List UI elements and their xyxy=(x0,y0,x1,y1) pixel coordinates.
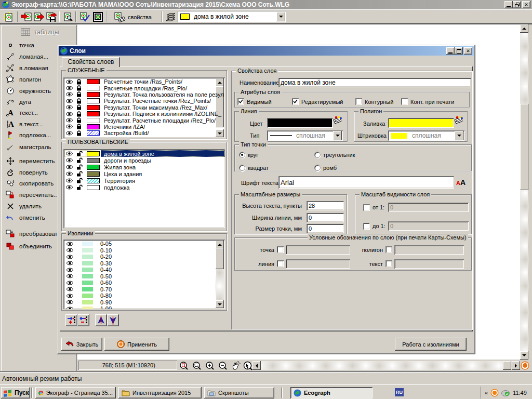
layer-label[interactable]: Расчетные точки /Ras_Points/ xyxy=(101,78,225,85)
scroll-down-button[interactable] xyxy=(216,300,224,308)
layer-combo-dropdown-button[interactable] xyxy=(276,12,285,21)
isoline-label[interactable]: 1-00 xyxy=(100,305,112,309)
isoline-row[interactable]: 0-70 xyxy=(64,286,225,293)
eye-icon[interactable] xyxy=(66,261,74,265)
eye-icon[interactable] xyxy=(66,112,73,116)
checkbox[interactable] xyxy=(237,98,244,105)
hscroll-thumb[interactable] xyxy=(503,361,511,370)
zoom-page-button[interactable] xyxy=(179,361,189,370)
isolines-work-button[interactable]: Работа с изолиниями xyxy=(395,338,467,351)
layers-icon-button[interactable] xyxy=(165,11,177,23)
eye-icon[interactable] xyxy=(66,99,73,103)
layer-label[interactable]: дороги и проезды xyxy=(101,157,225,164)
unlock-icon[interactable] xyxy=(76,164,83,170)
font-picker-button[interactable]: AA xyxy=(456,178,466,187)
hscroll-left-button[interactable] xyxy=(252,361,261,370)
open-map-button[interactable] xyxy=(20,11,33,23)
language-indicator[interactable]: RU xyxy=(395,388,404,396)
eye-icon[interactable] xyxy=(66,281,74,285)
font-field[interactable]: Arial xyxy=(278,176,454,189)
checkbox[interactable] xyxy=(277,246,284,253)
scale-field[interactable]: 0 xyxy=(388,221,469,231)
unlock-icon[interactable] xyxy=(76,171,83,177)
layer-label[interactable]: Результат. Подписи к изолинииям /IZOLINE… xyxy=(101,111,225,117)
isoline-label[interactable]: 0-70 xyxy=(100,286,112,292)
tray-expand-chevrons[interactable]: « xyxy=(485,390,488,396)
vscroll-thumb[interactable] xyxy=(520,104,528,190)
layer-label[interactable]: дома в жилой зоне xyxy=(101,150,225,157)
move-isoline-down-button[interactable] xyxy=(107,314,119,326)
name-field[interactable]: дома в жилой зоне xyxy=(278,78,471,87)
checkbox[interactable] xyxy=(401,98,408,105)
eye-icon[interactable] xyxy=(66,151,73,156)
isoline-label[interactable]: 0-90 xyxy=(100,299,112,305)
hscroll-right-button[interactable] xyxy=(512,361,520,370)
lock-icon[interactable] xyxy=(76,104,83,110)
eye-icon[interactable] xyxy=(66,255,74,259)
isoline-label[interactable]: 0-50 xyxy=(100,273,112,280)
eye-icon[interactable] xyxy=(66,165,73,169)
zoom-out-button[interactable] xyxy=(218,361,228,370)
tables-tab[interactable]: таблицы xyxy=(21,28,59,36)
layer-label[interactable]: Результат. Расчетные площадки /Rez_Plo/ xyxy=(101,117,225,123)
hatch-dropdown-button[interactable] xyxy=(455,131,463,140)
start-button[interactable]: Пуск xyxy=(1,387,30,398)
legend-field[interactable] xyxy=(286,259,350,269)
service-layer-row[interactable]: Застройка /Build/ xyxy=(64,130,225,136)
eye-icon[interactable] xyxy=(66,287,74,291)
eye-icon[interactable] xyxy=(66,79,73,84)
task-inventory-folder[interactable]: Инвентаризация 2015 xyxy=(118,387,202,398)
scroll-up-button[interactable] xyxy=(216,241,224,248)
isoline-label[interactable]: 0-05 xyxy=(100,241,112,247)
layer-label[interactable]: Источники /IZA/ xyxy=(101,124,225,130)
checkbox[interactable] xyxy=(292,98,299,105)
service-layer-row[interactable]: Результат. Подписи к изолинииям /IZOLINE… xyxy=(64,111,225,117)
vscroll-down-button[interactable] xyxy=(520,351,528,360)
eye-icon[interactable] xyxy=(66,118,73,123)
unlock-icon[interactable] xyxy=(76,184,83,190)
layer-label[interactable]: Результат. Точка пользователя на поле ре… xyxy=(101,91,225,98)
vscroll-track[interactable] xyxy=(520,24,528,360)
layer-label[interactable]: Результат. Точки максимума /Rez_Max/ xyxy=(101,104,225,111)
service-layer-row[interactable]: Результат. Точки максимума /Rez_Max/ xyxy=(64,104,225,111)
eye-icon[interactable] xyxy=(66,307,74,309)
unlock-icon[interactable] xyxy=(76,157,83,163)
lock-icon[interactable] xyxy=(76,124,83,129)
eye-icon[interactable] xyxy=(66,242,74,246)
radio-button[interactable] xyxy=(239,165,245,171)
service-layer-row[interactable]: Результат. Точка пользователя на поле ре… xyxy=(64,91,225,98)
eye-icon[interactable] xyxy=(66,185,73,190)
line-type-dropdown-button[interactable] xyxy=(333,131,342,140)
isoline-label[interactable]: 0-80 xyxy=(100,292,112,299)
move-isoline-up-button[interactable] xyxy=(95,314,107,326)
user-layer-row[interactable]: подложка xyxy=(64,184,225,191)
layer-label[interactable]: Результат. Расчетные точки /Rez_Points/ xyxy=(101,98,225,104)
dialog-maximize-button[interactable] xyxy=(455,47,463,55)
isoline-row[interactable]: 0-30 xyxy=(64,260,225,267)
user-layers-list[interactable]: дома в жилой зоне дороги и проезды xyxy=(63,149,225,228)
point-type-radio-item[interactable]: круг xyxy=(239,152,258,158)
dialog-close-button[interactable]: ✕ xyxy=(464,47,472,55)
zoom-mode-button[interactable] xyxy=(243,361,253,370)
point-type-radio-item[interactable]: треугольник xyxy=(314,152,355,158)
lock-icon[interactable] xyxy=(76,117,83,123)
line-color-well[interactable] xyxy=(267,118,333,128)
window-close-button[interactable]: ✕ xyxy=(522,1,530,8)
radio-button[interactable] xyxy=(314,165,321,171)
window-restore-button[interactable] xyxy=(513,1,521,8)
check-map-button[interactable] xyxy=(78,11,91,23)
tray-network-icon[interactable] xyxy=(501,389,510,396)
isoline-row[interactable]: 0-60 xyxy=(64,280,225,286)
service-layers-list[interactable]: Расчетные точки /Ras_Points/ Расчетные п… xyxy=(63,77,225,138)
eye-icon[interactable] xyxy=(66,300,74,304)
layer-label[interactable]: подложка xyxy=(101,184,225,191)
lock-icon[interactable] xyxy=(76,98,83,104)
user-layer-row[interactable]: Жилая зона xyxy=(64,164,225,170)
vscroll-up-button[interactable] xyxy=(520,24,528,33)
isoline-row[interactable]: 1-00 xyxy=(64,305,225,309)
task-ecograph-page[interactable]: Экограф - Страница 35... xyxy=(35,387,116,398)
service-layer-row[interactable]: Результат. Расчетные точки /Rez_Points/ xyxy=(64,98,225,104)
task-screenshots-folder[interactable]: Скриншоты xyxy=(204,387,274,398)
vertical-scrollbar[interactable] xyxy=(520,24,528,360)
close-dialog-button[interactable]: Закрыть xyxy=(61,338,102,351)
